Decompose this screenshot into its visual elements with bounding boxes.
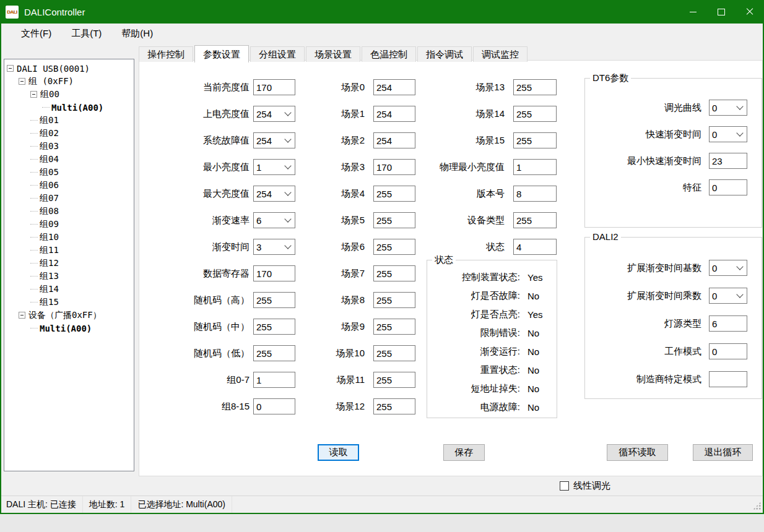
scene14-input[interactable] <box>513 106 557 122</box>
fade-rate-combo[interactable]: 6 <box>253 212 295 228</box>
collapse-minus-icon[interactable] <box>19 78 25 85</box>
min-fast-fade-time-input[interactable] <box>709 153 747 169</box>
dimming-curve-combo[interactable]: 0 <box>709 100 747 116</box>
version-input[interactable] <box>513 186 557 202</box>
scene12-input[interactable] <box>373 398 415 414</box>
scene10-input[interactable] <box>373 345 415 361</box>
current-level-input[interactable] <box>253 79 295 95</box>
status-label: 电源故障: <box>427 401 520 413</box>
menu-file[interactable]: 文件(F) <box>12 25 60 43</box>
tree-item-label: 组04 <box>40 154 59 165</box>
tab-scene-settings[interactable]: 场景设置 <box>306 46 360 62</box>
collapse-minus-icon[interactable] <box>19 312 25 319</box>
device-type-input[interactable] <box>513 212 557 228</box>
group-8-15-input[interactable] <box>253 398 295 414</box>
manufacturer-mode-input[interactable] <box>709 371 747 387</box>
maximize-button[interactable] <box>707 0 736 24</box>
exit-loop-button[interactable]: 退出循环 <box>693 444 753 461</box>
loop-read-button[interactable]: 循环读取 <box>607 444 668 461</box>
linear-dimming-checkbox[interactable] <box>560 481 569 491</box>
tree-item[interactable]: 组02 <box>4 127 134 140</box>
minimize-button[interactable] <box>679 0 707 24</box>
tab-operation-control[interactable]: 操作控制 <box>139 46 193 62</box>
status-value-input[interactable] <box>513 239 557 255</box>
scene7-input[interactable] <box>373 265 415 281</box>
tree-connector <box>30 120 38 121</box>
scene3-input[interactable] <box>373 159 415 175</box>
save-button[interactable]: 保存 <box>443 444 485 461</box>
tree-item[interactable]: 组00 <box>4 88 134 101</box>
system-failure-level-combo[interactable]: 254 <box>253 132 295 148</box>
ext-fade-time-base-combo[interactable]: 0 <box>709 260 747 276</box>
tree-item[interactable]: 组05 <box>4 166 134 179</box>
scene5-input[interactable] <box>373 212 415 228</box>
menu-help[interactable]: 帮助(H) <box>113 25 162 43</box>
physical-min-level-input[interactable] <box>513 159 557 175</box>
random-code-mid-input[interactable] <box>253 319 295 335</box>
random-code-high-input[interactable] <box>253 292 295 308</box>
status-bar: DALI 主机: 已连接 地址数: 1 已选择地址: Multi(A00) <box>1 496 763 513</box>
tree-item[interactable]: 组09 <box>4 218 134 231</box>
status-row: 控制装置状态:Yes <box>427 268 557 286</box>
read-button[interactable]: 读取 <box>318 444 359 461</box>
field-label: 场景5 <box>320 215 365 226</box>
power-on-level-combo[interactable]: 254 <box>253 106 295 122</box>
features-input[interactable] <box>709 179 747 195</box>
scene2-input[interactable] <box>373 132 415 148</box>
field-row: 场景1 <box>320 106 415 122</box>
tree-item[interactable]: 组01 <box>4 114 134 127</box>
scene9-input[interactable] <box>373 319 415 335</box>
min-level-combo[interactable]: 1 <box>253 159 295 175</box>
collapse-minus-icon[interactable] <box>30 91 37 98</box>
max-level-combo[interactable]: 254 <box>253 186 295 202</box>
fast-fade-time-combo[interactable]: 0 <box>709 126 747 142</box>
tree-item[interactable]: 组03 <box>4 140 134 153</box>
ext-fade-time-multiplier-combo[interactable]: 0 <box>709 288 747 304</box>
scene0-input[interactable] <box>373 79 415 95</box>
device-tree[interactable]: DALI USB(0001)组 (0xFF)组00Multi(A00)组01组0… <box>4 59 134 471</box>
tree-item[interactable]: 组13 <box>4 270 134 283</box>
tab-command-debug[interactable]: 指令调试 <box>417 46 472 62</box>
tree-item[interactable]: DALI USB(0001) <box>4 62 134 75</box>
collapse-minus-icon[interactable] <box>7 65 14 72</box>
close-button[interactable] <box>736 0 764 24</box>
scene6-input[interactable] <box>373 239 415 255</box>
scene4-input[interactable] <box>373 186 415 202</box>
fade-time-combo[interactable]: 3 <box>253 239 295 255</box>
tree-item[interactable]: 组08 <box>4 205 134 218</box>
scene1-input[interactable] <box>373 106 415 122</box>
tree-item[interactable]: 组15 <box>4 296 134 309</box>
group-0-7-input[interactable] <box>253 372 295 388</box>
menu-tools[interactable]: 工具(T) <box>63 25 110 43</box>
tree-item[interactable]: 组 (0xFF) <box>4 75 134 88</box>
scene15-input[interactable] <box>513 132 557 148</box>
tree-item[interactable]: 组07 <box>4 192 134 205</box>
tab-grouping-settings[interactable]: 分组设置 <box>250 46 305 62</box>
data-register-input[interactable] <box>253 265 295 281</box>
tree-item[interactable]: 组14 <box>4 283 134 296</box>
tree-item[interactable]: 设备（广播0xFF） <box>4 309 134 322</box>
scene11-input[interactable] <box>373 372 415 388</box>
scene13-input[interactable] <box>513 79 557 95</box>
tree-item-label: 设备（广播0xFF） <box>28 310 102 321</box>
tree-item[interactable]: Multi(A00) <box>4 101 134 114</box>
field-row: 当前亮度值 <box>153 79 295 95</box>
scene8-input[interactable] <box>373 292 415 308</box>
tree-item[interactable]: 组11 <box>4 244 134 257</box>
tab-parameter-settings[interactable]: 参数设置 <box>194 45 249 62</box>
tab-debug-monitor[interactable]: 调试监控 <box>473 46 527 62</box>
field-label: 场景8 <box>320 294 365 306</box>
field-label: 扩展渐变时间基数 <box>585 262 701 274</box>
field-label: 场景9 <box>320 321 365 333</box>
tree-item[interactable]: Multi(A00) <box>4 322 134 335</box>
resize-grip-icon[interactable] <box>753 502 761 510</box>
tree-item[interactable]: 组06 <box>4 179 134 192</box>
tree-item[interactable]: 组12 <box>4 257 134 270</box>
operating-mode-input[interactable] <box>709 343 747 359</box>
light-source-type-input[interactable] <box>709 315 747 332</box>
title-bar: DALI DALIController <box>0 0 764 24</box>
tree-item[interactable]: 组04 <box>4 153 134 166</box>
tab-color-temp-control[interactable]: 色温控制 <box>362 46 416 62</box>
tree-item[interactable]: 组10 <box>4 231 134 244</box>
random-code-low-input[interactable] <box>253 345 295 361</box>
